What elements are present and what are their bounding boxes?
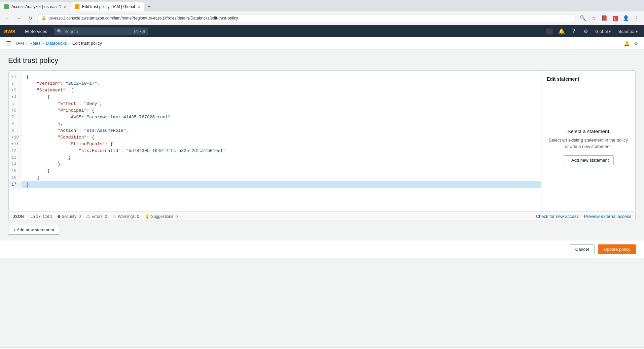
browser-star-icon[interactable]: ☆ [589, 13, 598, 23]
hamburger-button[interactable]: ☰ [4, 39, 13, 48]
address-bar[interactable]: 🔒 us-east-1.console.aws.amazon.com/iam/h… [37, 14, 576, 22]
fold-10[interactable]: ▼ [11, 134, 13, 141]
panel-select-desc: Select an existing statement in the poli… [547, 137, 630, 150]
tab-close-iam[interactable]: × [138, 4, 140, 9]
browser-extension-icon[interactable]: 🅱 [610, 13, 620, 23]
line-num-7: 7 [9, 114, 22, 121]
line-num-14: 14 [9, 161, 22, 168]
errors-icon: ⚠ [86, 214, 90, 219]
forward-button[interactable]: → [14, 13, 24, 23]
address-text: us-east-1.console.aws.amazon.com/iam/hom… [48, 16, 572, 21]
status-format: JSON [13, 214, 24, 219]
tab-title-iam: Edit trust policy | IAM | Global [82, 4, 135, 9]
services-label: Services [30, 29, 47, 34]
line-num-11: ▼11 [9, 141, 22, 148]
breadcrumb-sep-3: › [69, 41, 70, 46]
browser-tab-analyzer[interactable]: Access Analyzer | us-east-1 × [0, 2, 71, 11]
fold-4[interactable]: ▼ [11, 94, 13, 100]
browser-menu-icon[interactable]: ⋮ [632, 13, 641, 23]
code-line-5: "Effect": "Deny", [22, 101, 541, 107]
code-line-13: } [22, 154, 541, 161]
code-editor-inner: ▼1 2 ▼3 ▼4 5 ▼6 7 8 9 ▼10 ▼11 12 [9, 71, 541, 191]
user-label: ntsamba [618, 29, 635, 34]
question-icon[interactable]: ? [569, 27, 578, 36]
line-numbers: ▼1 2 ▼3 ▼4 5 ▼6 7 8 9 ▼10 ▼11 12 [9, 71, 22, 191]
preview-external-access-button[interactable]: Preview external access [584, 214, 631, 219]
code-editor[interactable]: ▼1 2 ▼3 ▼4 5 ▼6 7 8 9 ▼10 ▼11 12 [9, 71, 541, 211]
line-num-12: 12 [9, 148, 22, 154]
code-line-3: "Statement": [ [22, 87, 541, 94]
breadcrumb-databricks[interactable]: Databricks [46, 41, 67, 46]
fold-1[interactable]: ▼ [11, 74, 13, 80]
cloudshell-icon[interactable]: ⬛ [545, 27, 554, 36]
line-num-1: ▼1 [9, 74, 22, 80]
aws-logo: aws [4, 28, 15, 35]
browser-search-icon[interactable]: 🔍 [578, 13, 587, 23]
line-num-3: ▼3 [9, 87, 22, 94]
code-line-10: "Condition": { [22, 134, 541, 141]
right-icon-2[interactable]: ⚙ [632, 39, 640, 47]
bell-icon[interactable]: 🔔 [557, 27, 566, 36]
right-icon-1[interactable]: 🔔 [622, 39, 631, 47]
line-num-5: 5 [9, 101, 22, 107]
code-line-17: } [22, 181, 541, 188]
breadcrumb-sep-1: › [26, 41, 27, 46]
fold-6[interactable]: ▼ [11, 108, 13, 114]
status-bar: JSON Ln 17, Col 1 Security: 0 ⚠ Errors: … [8, 212, 636, 221]
aws-nav-right: ⬛ 🔔 ? ⚙ Global ▾ ntsamba ▾ [545, 27, 640, 36]
panel-center: Select a statement Select an existing st… [547, 87, 630, 206]
cancel-button[interactable]: Cancel [570, 244, 595, 254]
add-tab-button[interactable]: + [144, 2, 154, 11]
line-num-13: 13 [9, 154, 22, 161]
tab-close-analyzer[interactable]: × [64, 4, 67, 9]
region-label: Global [595, 29, 608, 34]
fold-11[interactable]: ▼ [11, 141, 13, 147]
status-right: Check for new access Preview external ac… [536, 214, 631, 219]
check-new-access-button[interactable]: Check for new access [536, 214, 579, 219]
search-bar[interactable]: 🔍 [Alt+S] [54, 28, 148, 35]
browser-bookmark-icon[interactable]: 📕 [600, 13, 609, 23]
line-num-6: ▼6 [9, 107, 22, 114]
page-title: Edit trust policy [8, 56, 636, 65]
back-button[interactable]: ← [3, 13, 12, 23]
add-new-statement-button[interactable]: + Add new statement [8, 225, 59, 235]
breadcrumb-current: Edit trust policy [72, 41, 102, 46]
reload-button[interactable]: ↻ [26, 13, 35, 23]
browser-profile-icon[interactable]: 👤 [621, 13, 631, 23]
breadcrumb-iam[interactable]: IAM [16, 41, 24, 46]
edit-statement-panel: Edit statement Select a statement Select… [541, 71, 635, 211]
fold-3[interactable]: ▼ [11, 87, 13, 93]
page-wrap: Edit trust policy ▼1 2 ▼3 ▼4 5 ▼6 [0, 49, 644, 347]
region-arrow: ▾ [609, 29, 611, 34]
code-line-9: "Action": "sts:AssumeRole", [22, 127, 541, 134]
tab-favicon-iam [75, 4, 79, 9]
search-input[interactable] [64, 29, 132, 34]
line-num-2: 2 [9, 80, 22, 87]
panel-title: Edit statement [547, 76, 630, 82]
code-line-14: } [22, 161, 541, 168]
tab-title-analyzer: Access Analyzer | us-east-1 [11, 4, 61, 9]
update-policy-button[interactable]: Update policy [598, 244, 636, 254]
user-button[interactable]: ntsamba ▾ [616, 28, 640, 35]
warnings-icon: ⚠ [112, 214, 116, 219]
code-line-7: "AWS": "arn:aws:iam::414351767826:root" [22, 114, 541, 121]
code-line-16: ] [22, 174, 541, 181]
add-new-statement-panel-button[interactable]: + Add new statement [563, 155, 614, 165]
services-button[interactable]: ⊞ Services [22, 27, 50, 35]
code-line-6: "Principal": { [22, 107, 541, 114]
suggestions-label: Suggestions: 0 [151, 214, 178, 219]
code-content[interactable]: { "Version": "2012-10-17", "Statement": … [22, 71, 541, 191]
line-num-10: ▼10 [9, 134, 22, 141]
region-button[interactable]: Global ▾ [593, 28, 613, 35]
status-security: Security: 0 [58, 214, 81, 219]
breadcrumb-roles[interactable]: Roles [29, 41, 40, 46]
settings-icon[interactable]: ⚙ [581, 27, 591, 36]
browser-chrome: Access Analyzer | us-east-1 × Edit trust… [0, 0, 644, 25]
search-shortcut: [Alt+S] [134, 29, 145, 33]
browser-tab-iam[interactable]: Edit trust policy | IAM | Global × [71, 2, 144, 11]
aws-top-nav: aws ⊞ Services 🔍 [Alt+S] ⬛ 🔔 ? ⚙ Global … [0, 25, 644, 37]
suggestions-icon: 💡 [145, 214, 150, 219]
code-line-15: } [22, 168, 541, 174]
content-wrap: Edit trust policy ▼1 2 ▼3 ▼4 5 ▼6 [0, 49, 644, 235]
status-warnings: ⚠ Warnings: 0 [112, 214, 139, 219]
